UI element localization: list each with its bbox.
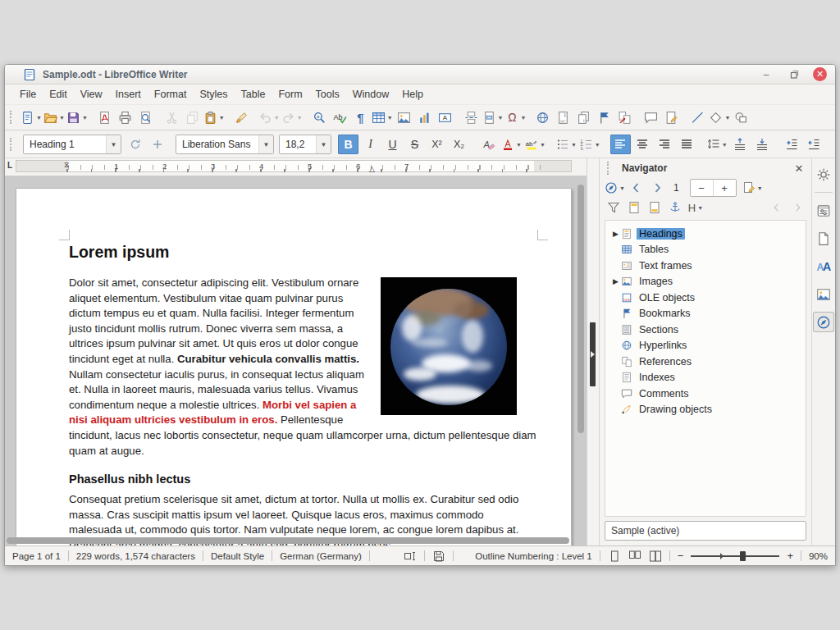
navigator-item-images[interactable]: ▶Images	[605, 274, 806, 290]
hide-sidebar-handle[interactable]	[590, 322, 596, 386]
cut-button[interactable]	[162, 107, 182, 127]
insert-footnote-button[interactable]: 1	[553, 107, 573, 127]
formatting-marks-button[interactable]: ¶	[350, 107, 371, 127]
horizontal-ruler[interactable]: L ⧖ △ 1234567	[5, 158, 587, 176]
document-heading-1[interactable]: Lorem ipsum	[69, 243, 538, 262]
multi-page-view-icon[interactable]	[628, 550, 641, 563]
increase-paragraph-spacing-button[interactable]	[730, 135, 751, 154]
menu-styles[interactable]: Styles	[193, 86, 234, 103]
document-page[interactable]: Lorem ipsum	[16, 188, 572, 546]
spelling-button[interactable]: Ab	[330, 107, 350, 127]
insert-bookmark-button[interactable]	[594, 107, 614, 127]
expander-icon[interactable]: ▶	[610, 277, 621, 285]
tab-page[interactable]	[813, 228, 834, 249]
insert-chart-button[interactable]	[414, 107, 435, 127]
paragraph-style-combo[interactable]: Heading 1 ▼	[23, 135, 121, 154]
navigator-item-bookmarks[interactable]: Bookmarks	[605, 306, 806, 322]
tab-properties[interactable]	[813, 200, 834, 221]
sidebar-settings-button[interactable]	[813, 164, 834, 185]
insert-line-button[interactable]	[687, 107, 708, 127]
anchor-text-button[interactable]	[666, 199, 684, 217]
italic-button[interactable]: I	[360, 135, 381, 154]
menu-insert[interactable]: Insert	[109, 86, 148, 103]
horizontal-scrollbar-thumb[interactable]	[7, 537, 569, 544]
zoom-slider-thumb[interactable]	[740, 551, 746, 561]
insert-table-button[interactable]: ▼	[371, 107, 394, 127]
numbered-list-button[interactable]: 1.2.3.▼	[579, 135, 601, 154]
outline-numbering-status[interactable]: Outline Numbering : Level 1	[475, 551, 592, 561]
minimize-button[interactable]: –	[759, 67, 774, 82]
earth-image[interactable]	[381, 277, 517, 415]
chevron-down-icon[interactable]: ▼	[106, 135, 121, 153]
undo-button[interactable]: ▼	[258, 107, 281, 127]
underline-button[interactable]: U	[382, 135, 403, 154]
header-button[interactable]	[625, 199, 643, 217]
heading-levels-button[interactable]: H▼	[687, 199, 705, 217]
restore-button[interactable]	[786, 67, 801, 82]
redo-button[interactable]: ▼	[281, 107, 304, 127]
single-page-view-icon[interactable]	[608, 550, 621, 563]
decrease-paragraph-spacing-button[interactable]	[752, 135, 773, 154]
print-button[interactable]	[115, 107, 135, 127]
navigator-item-drawing-objects[interactable]: Drawing objects	[605, 402, 806, 418]
titlebar[interactable]: Sample.odt - LibreOffice Writer – ✕	[5, 65, 835, 84]
new-style-button[interactable]	[147, 135, 167, 154]
insert-hyperlink-button[interactable]	[532, 107, 553, 127]
horizontal-scrollbar[interactable]	[7, 536, 575, 545]
navigator-item-headings[interactable]: ▶Headings	[605, 226, 806, 242]
strikethrough-button[interactable]: S	[404, 135, 425, 154]
clear-formatting-button[interactable]: A	[478, 135, 499, 154]
document-modified-icon[interactable]	[432, 550, 445, 563]
next-page-button[interactable]	[648, 179, 666, 197]
menu-help[interactable]: Help	[395, 86, 430, 103]
expander-icon[interactable]: ▶	[610, 230, 621, 238]
superscript-button[interactable]: X²	[427, 135, 447, 154]
zoom-level-status[interactable]: 90%	[809, 551, 828, 561]
close-navigator-button[interactable]: ✕	[792, 162, 806, 175]
panel-grip[interactable]	[607, 162, 614, 175]
menu-tools[interactable]: Tools	[309, 86, 346, 103]
navigator-item-tables[interactable]: Tables	[605, 242, 806, 258]
navigator-item-ole-objects[interactable]: OLEOLE objects	[605, 290, 806, 306]
highlight-color-button[interactable]: ab▼	[524, 135, 546, 154]
bullet-list-button[interactable]: ▼	[555, 135, 578, 154]
navigator-item-comments[interactable]: Comments	[605, 386, 806, 402]
save-button[interactable]: ▼	[66, 107, 89, 127]
menu-edit[interactable]: Edit	[43, 86, 74, 103]
tab-gallery[interactable]	[813, 284, 834, 304]
align-center-button[interactable]	[632, 135, 653, 154]
page-spin-up-button[interactable]: +	[713, 180, 736, 196]
bold-button[interactable]: B	[338, 135, 358, 154]
tab-styles[interactable]: AA	[813, 256, 834, 276]
word-count-status[interactable]: 229 words, 1,574 characters	[76, 551, 195, 561]
find-replace-button[interactable]: a	[309, 107, 330, 127]
page-break-button[interactable]	[461, 107, 482, 127]
toolbar-grip[interactable]	[10, 111, 16, 124]
demote-level-button[interactable]	[788, 199, 806, 217]
left-indent-marker[interactable]: ⧖	[64, 162, 69, 167]
insert-endnote-button[interactable]: i	[573, 107, 594, 127]
font-color-button[interactable]: ▼	[500, 135, 523, 154]
insert-textbox-button[interactable]: A	[435, 107, 455, 127]
zoom-slider[interactable]	[691, 550, 779, 562]
print-preview-button[interactable]	[135, 107, 156, 127]
subscript-button[interactable]: X₂	[449, 135, 469, 154]
footer-button[interactable]	[646, 199, 664, 217]
clone-formatting-button[interactable]	[231, 107, 252, 127]
draw-functions-button[interactable]	[731, 107, 751, 127]
previous-page-button[interactable]	[628, 179, 646, 197]
insert-image-button[interactable]	[394, 107, 414, 127]
document-paragraph-1[interactable]: Dolor sit amet, consectetur adipiscing e…	[69, 276, 538, 459]
page-count-status[interactable]: Page 1 of 1	[12, 551, 61, 561]
navigator-item-references[interactable]: References	[605, 354, 806, 370]
increase-indent-button[interactable]	[782, 135, 802, 154]
font-name-combo[interactable]: Liberation Sans ▼	[176, 135, 274, 154]
zoom-out-button[interactable]: −	[678, 550, 684, 562]
zoom-in-button[interactable]: +	[787, 550, 793, 562]
language-status[interactable]: German (Germany)	[280, 551, 362, 561]
export-pdf-button[interactable]	[94, 107, 115, 127]
open-button[interactable]: ▼	[43, 107, 66, 127]
book-view-icon[interactable]	[649, 550, 662, 563]
menu-form[interactable]: Form	[272, 86, 308, 103]
menu-table[interactable]: Table	[234, 86, 272, 103]
